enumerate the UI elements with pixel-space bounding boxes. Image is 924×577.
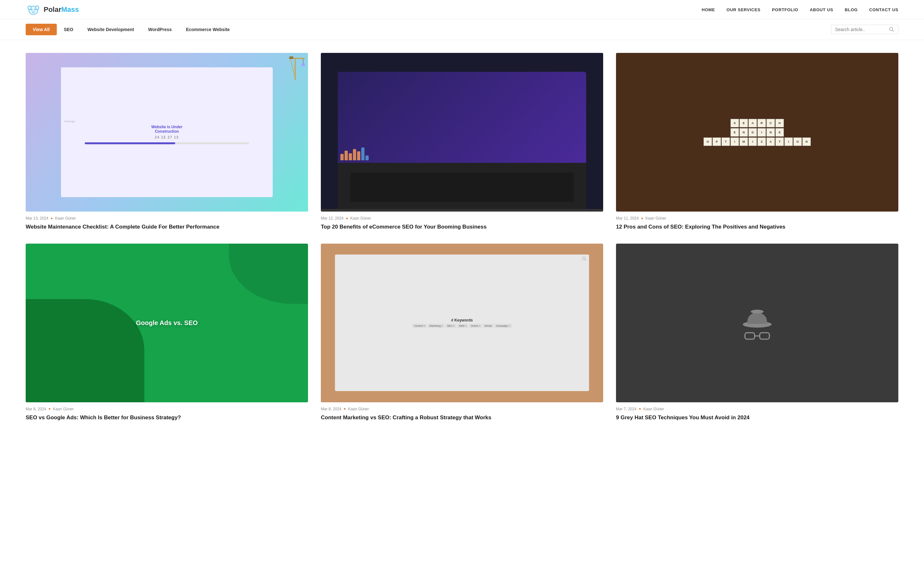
meta-dot-1 [51,218,53,219]
article-title-6[interactable]: 9 Grey Hat SEO Techniques You Must Avoid… [616,414,898,422]
article-card-2[interactable]: Mar 12, 2024 Kaan Güner Top 20 Benefits … [321,53,603,231]
svg-point-17 [751,309,764,314]
svg-rect-11 [289,56,293,59]
article-author-6: Kaan Güner [643,407,664,411]
glasses-icon [744,332,770,340]
article-thumb-3: S E A R C H E N G I N E O [616,53,898,211]
article-thumb-4: Google Ads vs. SEO [26,243,308,402]
meta-dot-2 [346,218,348,219]
article-title-4[interactable]: SEO vs Google Ads: Which Is Better for B… [26,414,308,422]
logo-text: PolarMass [44,5,79,14]
construction-image: YourLogo Website is UnderConstruction 24… [61,67,273,197]
article-meta-1: Mar 13, 2024 Kaan Güner [26,216,308,221]
article-meta-4: Mar 8, 2024 Kaan Güner [26,407,308,411]
crane-icon [286,55,305,83]
main-nav: HOME OUR SERVICES PORTFOLIO ABOUT US BLO… [702,7,898,13]
article-thumb-2 [321,53,603,211]
nav-home[interactable]: HOME [702,7,715,12]
svg-point-4 [34,9,36,10]
article-date-4: Mar 8, 2024 [26,407,46,411]
meta-dot-4 [49,408,50,410]
article-card-1[interactable]: YourLogo Website is UnderConstruction 24… [26,53,308,231]
logo[interactable]: PolarMass [26,3,79,16]
nav-our-services[interactable]: OUR SERVICES [726,7,760,12]
svg-line-15 [585,259,586,261]
svg-point-3 [31,9,32,10]
article-thumb-1: YourLogo Website is UnderConstruction 24… [26,53,308,211]
svg-rect-13 [302,63,305,66]
filter-seo[interactable]: SEO [57,24,81,35]
header: PolarMass HOME OUR SERVICES PORTFOLIO AB… [0,0,924,19]
article-author-3: Kaan Güner [646,216,666,221]
filter-website-dev[interactable]: Website Development [81,24,141,35]
article-meta-2: Mar 12, 2024 Kaan Güner [321,216,603,221]
nav-contact-us[interactable]: CONTACT US [869,7,898,12]
article-card-3[interactable]: S E A R C H E N G I N E O [616,53,898,231]
article-title-1[interactable]: Website Maintenance Checklist: A Complet… [26,223,308,231]
nav-about-us[interactable]: ABOUT US [810,7,833,12]
article-card-6[interactable]: Mar 7, 2024 Kaan Güner 9 Grey Hat SEO Te… [616,243,898,422]
article-meta-5: Mar 8, 2024 Kaan Güner [321,407,603,411]
svg-rect-19 [760,333,769,339]
article-date-1: Mar 13, 2024 [26,216,48,221]
svg-point-1 [28,6,31,10]
svg-point-5 [32,11,34,12]
article-meta-6: Mar 7, 2024 Kaan Güner [616,407,898,411]
meta-dot-6 [639,408,641,410]
nav-blog[interactable]: BLOG [845,7,858,12]
filter-view-all[interactable]: View All [26,24,57,35]
article-author-4: Kaan Güner [53,407,74,411]
google-ads-text: Google Ads vs. SEO [129,319,204,327]
article-title-5[interactable]: Content Marketing vs SEO: Crafting a Rob… [321,414,603,422]
article-card-5[interactable]: # Keywords Content × Marketing × SEO × S… [321,243,603,422]
filter-ecommerce[interactable]: Ecommerce Website [179,24,237,35]
article-title-2[interactable]: Top 20 Benefits of eCommerce SEO for You… [321,223,603,231]
svg-rect-18 [745,333,754,339]
article-date-6: Mar 7, 2024 [616,407,636,411]
search-input[interactable] [835,27,887,32]
svg-line-7 [893,31,894,32]
logo-icon [26,3,41,16]
svg-point-2 [36,6,39,10]
article-card-4[interactable]: Google Ads vs. SEO Mar 8, 2024 Kaan Güne… [26,243,308,422]
meta-dot-5 [344,408,346,410]
search-icon [889,27,894,32]
article-date-2: Mar 12, 2024 [321,216,344,221]
article-author-1: Kaan Güner [55,216,76,221]
article-thumb-5: # Keywords Content × Marketing × SEO × S… [321,243,603,402]
meta-dot-3 [641,218,643,219]
article-date-5: Mar 8, 2024 [321,407,341,411]
search-wrapper [831,25,898,34]
article-author-5: Kaan Güner [348,407,369,411]
nav-links: HOME OUR SERVICES PORTFOLIO ABOUT US BLO… [702,7,898,13]
article-title-3[interactable]: 12 Pros and Cons of SEO: Exploring The P… [616,223,898,231]
hat-icon [741,305,773,327]
article-grid: YourLogo Website is UnderConstruction 24… [0,40,924,434]
article-author-2: Kaan Güner [351,216,371,221]
article-meta-3: Mar 11, 2024 Kaan Güner [616,216,898,221]
article-date-3: Mar 11, 2024 [616,216,639,221]
search-icon-thumb [582,256,586,261]
filter-bar: View All SEO Website Development WordPre… [0,19,924,40]
article-thumb-6 [616,243,898,402]
filter-wordpress[interactable]: WordPress [141,24,179,35]
nav-portfolio[interactable]: PORTFOLIO [772,7,798,12]
